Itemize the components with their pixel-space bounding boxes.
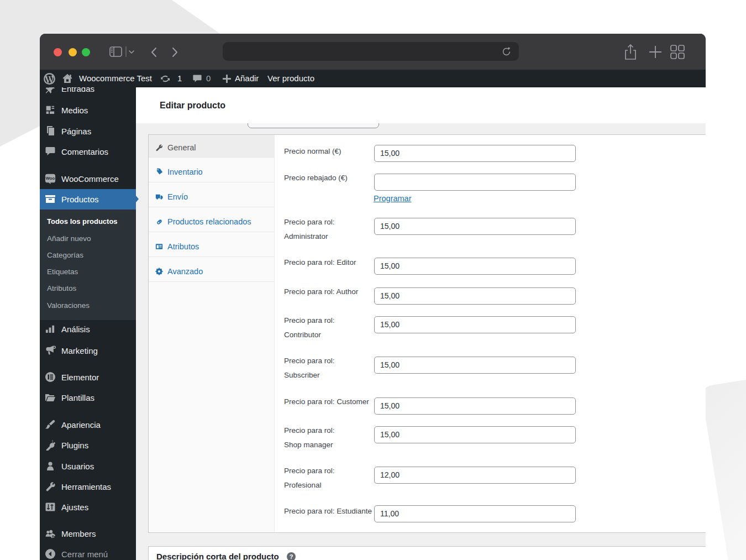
svg-text:?: ?	[290, 553, 293, 560]
svg-text:Woo: Woo	[46, 176, 55, 181]
